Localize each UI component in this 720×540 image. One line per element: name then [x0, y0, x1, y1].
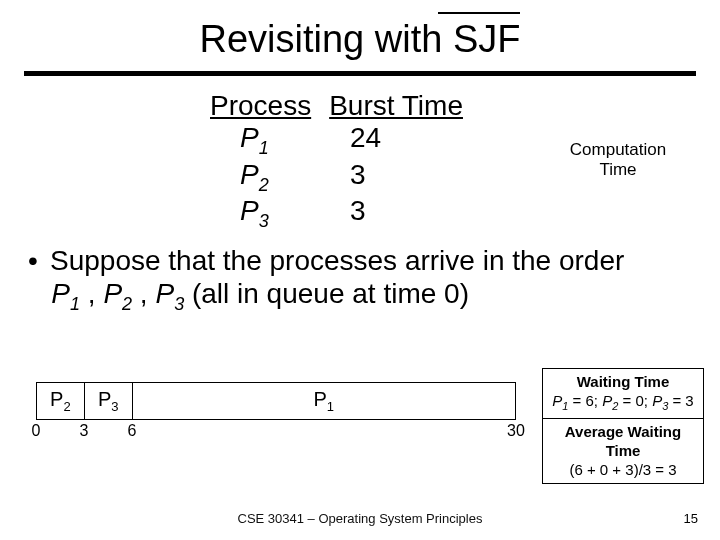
bullet-tail: (all in queue at time 0) [184, 278, 469, 309]
p-sub: 2 [122, 294, 132, 314]
box-title: Waiting Time [549, 373, 697, 392]
gantt-segment: P3 [85, 383, 133, 419]
p-letter: P [552, 392, 562, 409]
eq: = 0; [618, 392, 652, 409]
avg-waiting-time-box: Average Waiting Time (6 + 0 + 3)/3 = 3 [542, 418, 704, 484]
page-number: 15 [684, 511, 698, 526]
tick-label: 3 [80, 422, 89, 440]
p-letter: P [602, 392, 612, 409]
annotation-connector [438, 12, 520, 14]
proc-letter: P [240, 159, 259, 190]
gantt-ticks: 0 3 6 30 [36, 420, 516, 442]
table-header: Process Burst Time [210, 90, 720, 122]
p-sub: 3 [174, 294, 184, 314]
proc-letter: P [240, 122, 259, 153]
annotation-label: Computation Time [558, 140, 678, 179]
gantt-segment: P1 [133, 383, 515, 419]
eq: = 3 [668, 392, 693, 409]
seg-sub: 3 [111, 399, 118, 414]
burst-value: 3 [310, 195, 450, 232]
waiting-time-box: Waiting Time P1 = 6; P2 = 0; P3 = 3 [542, 368, 704, 419]
tick-label: 30 [507, 422, 525, 440]
gantt-bar: P2 P3 P1 [36, 382, 516, 420]
title-rule [24, 71, 696, 76]
p-letter: P [155, 278, 174, 309]
seg-p: P [314, 388, 327, 410]
slide-title: Revisiting with SJF [0, 0, 720, 71]
p-sub: 1 [70, 294, 80, 314]
p-letter: P [103, 278, 122, 309]
comma: , [132, 278, 155, 309]
table-row: P3 3 [210, 195, 720, 232]
eq: = 6; [568, 392, 602, 409]
annotation-line1: Computation [570, 140, 666, 159]
gantt-chart: P2 P3 P1 0 3 6 30 [36, 382, 516, 442]
p-letter: P [51, 278, 70, 309]
seg-sub: 1 [327, 399, 334, 414]
bullet-dot: • [28, 244, 50, 278]
burst-value: 24 [310, 122, 450, 159]
slide-footer: CSE 30341 – Operating System Principles [0, 511, 720, 526]
proc-sub: 3 [259, 211, 269, 231]
proc-sub: 1 [259, 138, 269, 158]
burst-value: 3 [310, 159, 450, 196]
seg-sub: 2 [63, 399, 70, 414]
tick-label: 6 [128, 422, 137, 440]
seg-p: P [50, 388, 63, 410]
tick-label: 0 [32, 422, 41, 440]
box-body: P1 = 6; P2 = 0; P3 = 3 [549, 392, 697, 414]
proc-letter: P [240, 195, 259, 226]
comma: , [80, 278, 103, 309]
proc-sub: 2 [259, 174, 269, 194]
seg-p: P [98, 388, 111, 410]
bullet-text: • Suppose that the processes arrive in t… [28, 244, 692, 316]
box-title: Average Waiting Time [549, 423, 697, 461]
annotation-line2: Time [599, 160, 636, 179]
col-header-process: Process [210, 90, 311, 122]
box-body: (6 + 0 + 3)/3 = 3 [549, 461, 697, 480]
col-header-burst: Burst Time [329, 90, 463, 122]
gantt-segment: P2 [37, 383, 85, 419]
p-letter: P [652, 392, 662, 409]
bullet-line1: Suppose that the processes arrive in the… [50, 245, 624, 276]
